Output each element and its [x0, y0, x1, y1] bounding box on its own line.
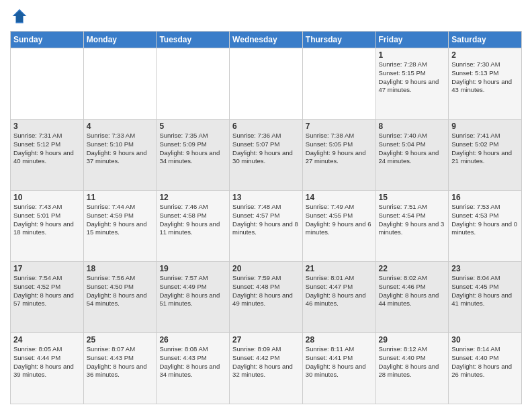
day-number: 8 — [379, 122, 446, 131]
day-cell: 28Sunrise: 8:11 AM Sunset: 4:41 PM Dayli… — [302, 333, 375, 404]
day-info: Sunrise: 8:09 AM Sunset: 4:42 PM Dayligh… — [232, 345, 300, 379]
week-row-1: 1Sunrise: 7:28 AM Sunset: 5:15 PM Daylig… — [11, 48, 522, 120]
day-info: Sunrise: 7:36 AM Sunset: 5:07 PM Dayligh… — [232, 132, 300, 166]
day-cell — [230, 48, 303, 120]
day-cell: 25Sunrise: 8:07 AM Sunset: 4:43 PM Dayli… — [83, 333, 157, 404]
day-cell: 24Sunrise: 8:05 AM Sunset: 4:44 PM Dayli… — [11, 333, 84, 404]
day-cell: 29Sunrise: 8:12 AM Sunset: 4:40 PM Dayli… — [375, 333, 449, 404]
day-info: Sunrise: 7:31 AM Sunset: 5:12 PM Dayligh… — [13, 132, 81, 166]
calendar-table: SundayMondayTuesdayWednesdayThursdayFrid… — [10, 31, 522, 404]
day-number: 13 — [232, 193, 300, 202]
header — [10, 7, 522, 26]
day-cell — [11, 48, 84, 120]
day-cell: 1Sunrise: 7:28 AM Sunset: 5:15 PM Daylig… — [375, 48, 449, 120]
week-row-4: 17Sunrise: 7:54 AM Sunset: 4:52 PM Dayli… — [11, 262, 522, 333]
day-info: Sunrise: 8:01 AM Sunset: 4:47 PM Dayligh… — [306, 274, 373, 308]
day-cell: 3Sunrise: 7:31 AM Sunset: 5:12 PM Daylig… — [11, 120, 84, 191]
day-number: 24 — [13, 335, 81, 345]
day-number: 2 — [451, 50, 519, 60]
day-info: Sunrise: 7:40 AM Sunset: 5:04 PM Dayligh… — [379, 132, 446, 166]
day-info: Sunrise: 8:07 AM Sunset: 4:43 PM Dayligh… — [87, 345, 154, 379]
day-cell: 18Sunrise: 7:56 AM Sunset: 4:50 PM Dayli… — [83, 262, 157, 333]
day-number: 5 — [159, 122, 226, 131]
day-number: 17 — [13, 264, 81, 273]
day-info: Sunrise: 7:46 AM Sunset: 4:58 PM Dayligh… — [159, 203, 226, 237]
day-cell: 7Sunrise: 7:38 AM Sunset: 5:05 PM Daylig… — [302, 120, 375, 191]
day-info: Sunrise: 8:08 AM Sunset: 4:43 PM Dayligh… — [159, 345, 226, 379]
day-cell: 13Sunrise: 7:48 AM Sunset: 4:57 PM Dayli… — [230, 191, 303, 262]
day-cell: 12Sunrise: 7:46 AM Sunset: 4:58 PM Dayli… — [157, 191, 230, 262]
weekday-header-wednesday: Wednesday — [230, 32, 303, 48]
day-number: 29 — [379, 335, 446, 345]
day-cell: 17Sunrise: 7:54 AM Sunset: 4:52 PM Dayli… — [11, 262, 84, 333]
day-number: 11 — [87, 193, 154, 202]
day-info: Sunrise: 7:28 AM Sunset: 5:15 PM Dayligh… — [379, 60, 446, 95]
day-info: Sunrise: 8:05 AM Sunset: 4:44 PM Dayligh… — [13, 345, 81, 379]
day-cell: 10Sunrise: 7:43 AM Sunset: 5:01 PM Dayli… — [11, 191, 84, 262]
day-cell — [83, 48, 157, 120]
week-row-2: 3Sunrise: 7:31 AM Sunset: 5:12 PM Daylig… — [11, 120, 522, 191]
day-cell: 14Sunrise: 7:49 AM Sunset: 4:55 PM Dayli… — [302, 191, 375, 262]
day-info: Sunrise: 7:35 AM Sunset: 5:09 PM Dayligh… — [159, 132, 226, 166]
day-cell: 20Sunrise: 7:59 AM Sunset: 4:48 PM Dayli… — [230, 262, 303, 333]
day-number: 16 — [451, 193, 519, 202]
day-number: 3 — [13, 122, 81, 131]
day-info: Sunrise: 8:14 AM Sunset: 4:40 PM Dayligh… — [451, 345, 519, 379]
day-number: 7 — [306, 122, 373, 131]
day-info: Sunrise: 7:48 AM Sunset: 4:57 PM Dayligh… — [232, 203, 300, 237]
day-info: Sunrise: 8:12 AM Sunset: 4:40 PM Dayligh… — [379, 345, 446, 379]
day-number: 20 — [232, 264, 300, 273]
day-number: 14 — [306, 193, 373, 202]
day-cell: 26Sunrise: 8:08 AM Sunset: 4:43 PM Dayli… — [157, 333, 230, 404]
day-cell: 30Sunrise: 8:14 AM Sunset: 4:40 PM Dayli… — [449, 333, 522, 404]
weekday-header-saturday: Saturday — [449, 32, 522, 48]
day-number: 28 — [306, 335, 373, 345]
day-cell: 4Sunrise: 7:33 AM Sunset: 5:10 PM Daylig… — [83, 120, 157, 191]
day-number: 25 — [87, 335, 154, 345]
week-row-5: 24Sunrise: 8:05 AM Sunset: 4:44 PM Dayli… — [11, 333, 522, 404]
day-info: Sunrise: 7:56 AM Sunset: 4:50 PM Dayligh… — [87, 274, 154, 308]
day-cell: 15Sunrise: 7:51 AM Sunset: 4:54 PM Dayli… — [375, 191, 449, 262]
day-number: 26 — [159, 335, 226, 345]
day-number: 9 — [451, 122, 519, 131]
day-info: Sunrise: 7:44 AM Sunset: 4:59 PM Dayligh… — [87, 203, 154, 237]
day-cell — [157, 48, 230, 120]
day-number: 6 — [232, 122, 300, 131]
day-info: Sunrise: 7:57 AM Sunset: 4:49 PM Dayligh… — [159, 274, 226, 308]
day-number: 10 — [13, 193, 81, 202]
page: SundayMondayTuesdayWednesdayThursdayFrid… — [0, 0, 532, 411]
logo — [10, 7, 32, 26]
day-cell: 8Sunrise: 7:40 AM Sunset: 5:04 PM Daylig… — [375, 120, 449, 191]
day-cell: 27Sunrise: 8:09 AM Sunset: 4:42 PM Dayli… — [230, 333, 303, 404]
day-info: Sunrise: 7:43 AM Sunset: 5:01 PM Dayligh… — [13, 203, 81, 237]
day-cell: 19Sunrise: 7:57 AM Sunset: 4:49 PM Dayli… — [157, 262, 230, 333]
day-number: 4 — [87, 122, 154, 131]
day-cell: 11Sunrise: 7:44 AM Sunset: 4:59 PM Dayli… — [83, 191, 157, 262]
day-number: 30 — [451, 335, 519, 345]
day-cell: 6Sunrise: 7:36 AM Sunset: 5:07 PM Daylig… — [230, 120, 303, 191]
day-cell: 5Sunrise: 7:35 AM Sunset: 5:09 PM Daylig… — [157, 120, 230, 191]
day-cell: 16Sunrise: 7:53 AM Sunset: 4:53 PM Dayli… — [449, 191, 522, 262]
day-number: 12 — [159, 193, 226, 202]
day-info: Sunrise: 8:04 AM Sunset: 4:45 PM Dayligh… — [451, 274, 519, 308]
day-cell: 22Sunrise: 8:02 AM Sunset: 4:46 PM Dayli… — [375, 262, 449, 333]
day-number: 19 — [159, 264, 226, 273]
day-number: 18 — [87, 264, 154, 273]
day-info: Sunrise: 8:02 AM Sunset: 4:46 PM Dayligh… — [379, 274, 446, 308]
day-info: Sunrise: 8:11 AM Sunset: 4:41 PM Dayligh… — [306, 345, 373, 379]
day-number: 23 — [451, 264, 519, 273]
day-info: Sunrise: 7:41 AM Sunset: 5:02 PM Dayligh… — [451, 132, 519, 166]
day-info: Sunrise: 7:38 AM Sunset: 5:05 PM Dayligh… — [306, 132, 373, 166]
day-info: Sunrise: 7:59 AM Sunset: 4:48 PM Dayligh… — [232, 274, 300, 308]
day-cell: 9Sunrise: 7:41 AM Sunset: 5:02 PM Daylig… — [449, 120, 522, 191]
day-number: 21 — [306, 264, 373, 273]
weekday-header-row: SundayMondayTuesdayWednesdayThursdayFrid… — [11, 32, 522, 48]
day-info: Sunrise: 7:33 AM Sunset: 5:10 PM Dayligh… — [87, 132, 154, 166]
day-cell: 21Sunrise: 8:01 AM Sunset: 4:47 PM Dayli… — [302, 262, 375, 333]
logo-icon — [10, 7, 29, 26]
weekday-header-sunday: Sunday — [11, 32, 84, 48]
day-number: 22 — [379, 264, 446, 273]
weekday-header-thursday: Thursday — [302, 32, 375, 48]
day-cell: 23Sunrise: 8:04 AM Sunset: 4:45 PM Dayli… — [449, 262, 522, 333]
day-number: 27 — [232, 335, 300, 345]
